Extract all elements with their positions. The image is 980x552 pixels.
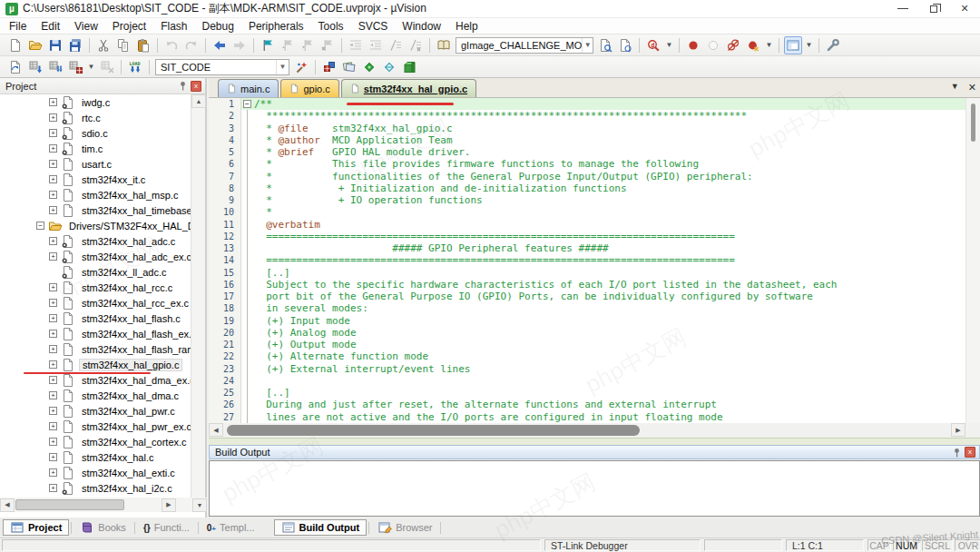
- code-line[interactable]: 4 * @author MCD Application Team: [209, 134, 980, 146]
- rebuild-all-button[interactable]: [46, 58, 64, 76]
- breakpoint-kill-all-button[interactable]: [744, 36, 762, 54]
- menu-window[interactable]: Window: [395, 18, 448, 34]
- code-line[interactable]: 27 lines are not active and the I/O port…: [209, 411, 980, 423]
- tree-item[interactable]: +stm32f4xx_hal_pwr_ex.c: [0, 419, 192, 434]
- find-in-files-button[interactable]: [435, 36, 453, 54]
- configure-tools-button[interactable]: [824, 36, 842, 54]
- code-line[interactable]: 13 ##### GPIO Peripheral features #####: [209, 242, 980, 254]
- scroll-right-arrow[interactable]: ▶: [162, 498, 176, 512]
- code-line[interactable]: 10 *: [209, 206, 980, 218]
- start-debug-session-button[interactable]: d: [644, 36, 662, 54]
- code-line[interactable]: 25 [..]: [209, 387, 980, 399]
- restore-button[interactable]: [918, 0, 949, 17]
- expand-toggle[interactable]: +: [49, 113, 57, 122]
- tree-item[interactable]: +stm32f4xx_hal_timebase_t: [0, 202, 192, 218]
- bottom-tab-browser[interactable]: Browser: [371, 519, 438, 536]
- code-line[interactable]: 15 [..]: [209, 267, 980, 279]
- tab-list-dropdown-icon[interactable]: ▼: [951, 82, 959, 94]
- tree-item[interactable]: +iwdg.c: [0, 94, 192, 110]
- hscroll-thumb[interactable]: [227, 425, 640, 436]
- tree-item[interactable]: +stm32f4xx_it.c: [0, 172, 192, 187]
- bottom-tab-templ-[interactable]: 0+Templ...: [201, 519, 261, 536]
- tree-item[interactable]: +stm32f4xx_hal_adc.c: [0, 233, 192, 249]
- build-output-close-button[interactable]: x: [965, 447, 975, 458]
- code-line[interactable]: 22 (+) Alternate function mode: [209, 350, 980, 362]
- open-folder-button[interactable]: [26, 36, 44, 54]
- breakpoint-insert-button[interactable]: [684, 36, 702, 54]
- breakpoint-disable-all-button[interactable]: [724, 36, 742, 54]
- bookmark-toggle-button[interactable]: [259, 36, 277, 54]
- tree-item[interactable]: +stm32f4xx_hal_pwr.c: [0, 403, 192, 419]
- expand-toggle[interactable]: +: [49, 360, 57, 369]
- minimize-button[interactable]: [887, 0, 918, 17]
- code-line[interactable]: 18 in several modes:: [209, 302, 980, 314]
- pack-installer-button[interactable]: [400, 58, 418, 76]
- save-all-button[interactable]: [66, 36, 84, 54]
- tree-item[interactable]: +stm32f4xx_hal_flash_ramf: [0, 341, 192, 357]
- expand-toggle[interactable]: +: [49, 484, 57, 492]
- menu-debug[interactable]: Debug: [195, 18, 241, 34]
- options-diamond-button[interactable]: [360, 58, 378, 76]
- scroll-right-arrow[interactable]: ▶: [951, 423, 965, 437]
- expand-toggle[interactable]: +: [49, 237, 57, 245]
- undo-button[interactable]: [162, 36, 181, 54]
- dropdown-caret[interactable]: ▼: [803, 36, 815, 54]
- code-line[interactable]: 17 port bit of the General Purpose IO (G…: [209, 291, 980, 302]
- code-line[interactable]: 23 (+) External interrupt/event lines: [209, 363, 980, 375]
- tree-item[interactable]: +stm32f4xx_hal_adc_ex.c: [0, 249, 192, 264]
- expand-toggle[interactable]: +: [49, 160, 57, 168]
- new-file-button[interactable]: [6, 36, 24, 54]
- build-button[interactable]: [26, 58, 44, 76]
- code-line[interactable]: 16 Subject to the specific hardware char…: [209, 279, 980, 291]
- build-output-content[interactable]: [209, 460, 980, 517]
- tree-item[interactable]: +stm32f4xx_hal_dma_ex.c: [0, 372, 192, 388]
- tree-item[interactable]: +stm32f4xx_hal_gpio.c: [0, 357, 192, 372]
- project-panel-close-button[interactable]: x: [191, 81, 201, 92]
- bottom-tab-books[interactable]: Books: [74, 519, 132, 536]
- translate-button[interactable]: [6, 58, 24, 76]
- save-button[interactable]: [46, 36, 64, 54]
- expand-toggle[interactable]: +: [49, 283, 57, 291]
- menu-edit[interactable]: Edit: [34, 18, 67, 34]
- expand-toggle[interactable]: +: [49, 422, 57, 430]
- bottom-tab-project[interactable]: Project: [3, 519, 69, 536]
- document-tab-gpio-c[interactable]: gpio.c: [280, 79, 338, 97]
- tree-item[interactable]: +stm32f4xx_hal_cortex.c: [0, 434, 192, 449]
- incremental-find-button[interactable]: [616, 36, 634, 54]
- indent-button[interactable]: [367, 36, 385, 54]
- tree-item[interactable]: +stm32f4xx_hal_dma.c: [0, 388, 192, 403]
- expand-toggle[interactable]: +: [49, 376, 57, 384]
- breakpoint-enable-button[interactable]: [704, 36, 722, 54]
- dropdown-caret[interactable]: ▼: [85, 58, 97, 76]
- document-tab-stm32f4xx_hal_gpio-c[interactable]: stm32f4xx_hal_gpio.c: [341, 79, 476, 97]
- paste-button[interactable]: [134, 36, 152, 54]
- menu-peripherals[interactable]: Peripherals: [241, 18, 311, 34]
- code-line[interactable]: 7 * functionalities of the General Purpo…: [209, 171, 980, 182]
- tree-item[interactable]: +stm32f4xx_hal_flash_ex.c: [0, 326, 192, 341]
- bookmark-prev-button[interactable]: [279, 36, 297, 54]
- nav-forward-button[interactable]: [230, 36, 249, 54]
- project-tree-vscrollbar[interactable]: ▲: [191, 94, 205, 498]
- combo-dropdown-caret[interactable]: ▼: [582, 38, 593, 53]
- hscroll-thumb[interactable]: [15, 499, 124, 510]
- scroll-left-arrow[interactable]: ◀: [0, 498, 15, 512]
- bookmark-next-button[interactable]: [299, 36, 317, 54]
- expand-toggle[interactable]: +: [49, 175, 57, 183]
- find-in-document-button[interactable]: [596, 36, 614, 54]
- file-extensions-button[interactable]: [340, 58, 358, 76]
- code-line[interactable]: 26 During and just after reset, the alte…: [209, 399, 980, 410]
- expand-toggle[interactable]: +: [49, 98, 57, 106]
- project-tree-hscrollbar[interactable]: ◀ ▶ ▼: [0, 498, 207, 512]
- code-line[interactable]: 19 (+) Input mode: [209, 315, 980, 327]
- nav-back-button[interactable]: [211, 36, 229, 54]
- expand-toggle[interactable]: +: [49, 407, 57, 415]
- pin-icon[interactable]: [952, 448, 962, 458]
- menu-help[interactable]: Help: [448, 18, 485, 34]
- menu-tools[interactable]: Tools: [311, 18, 351, 34]
- code-line[interactable]: 2 **************************************…: [209, 110, 980, 122]
- tree-item[interactable]: stm32f4xx_ll_adc.c: [0, 264, 192, 280]
- tree-item[interactable]: +stm32f4xx_hal_i2c.c: [0, 480, 192, 496]
- copy-button[interactable]: [114, 36, 132, 54]
- editor-vscrollbar[interactable]: [965, 98, 980, 423]
- code-line[interactable]: 1−/**: [209, 98, 980, 110]
